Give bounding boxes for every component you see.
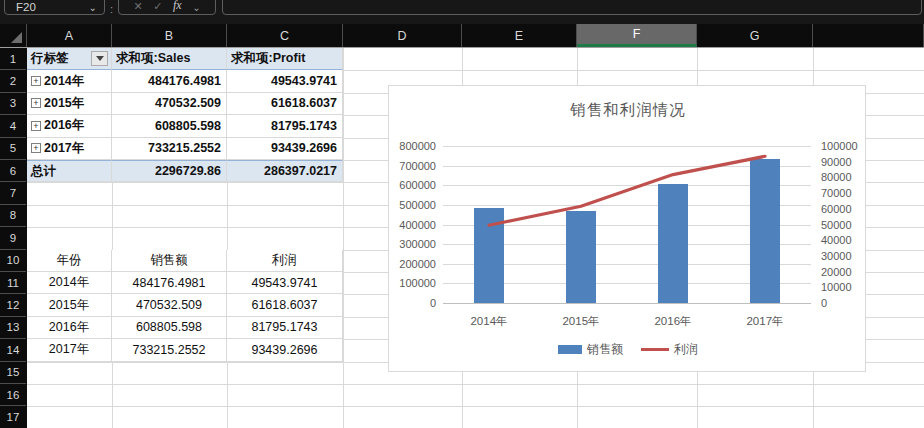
select-all-corner[interactable]: [0, 24, 27, 47]
table-cell-sales[interactable]: 484176.4981: [112, 272, 227, 294]
spreadsheet-app: F20 ⌄ : ✕ ✓ fx ⌄ ABCDEFG 123456789101112…: [0, 0, 924, 428]
pivot-cell-sales[interactable]: 484176.4981: [112, 70, 227, 92]
table-row: 年份销售额利润: [27, 250, 343, 272]
row-header-7[interactable]: 7: [0, 182, 26, 204]
table-cell-year[interactable]: 2016年: [27, 317, 112, 339]
legend-item-销售额: 销售额: [558, 341, 623, 358]
row-header-12[interactable]: 12: [0, 294, 26, 316]
pivot-total-profit[interactable]: 286397.0217: [227, 160, 343, 182]
formula-bar: F20 ⌄ : ✕ ✓ fx ⌄: [0, 0, 924, 24]
row-header-9[interactable]: 9: [0, 227, 26, 249]
column-header-E[interactable]: E: [462, 24, 577, 47]
column-header-partial[interactable]: [813, 24, 924, 47]
pivot-row-label[interactable]: +2016年: [27, 115, 112, 137]
expand-icon[interactable]: +: [31, 98, 41, 108]
table-cell-year[interactable]: 2015年: [27, 294, 112, 316]
column-header-B[interactable]: B: [112, 24, 227, 47]
pivot-cell-profit[interactable]: 61618.6037: [227, 93, 343, 115]
legend-line-swatch: [641, 348, 669, 351]
table-cell-sales[interactable]: 608805.598: [112, 317, 227, 339]
column-header-G[interactable]: G: [697, 24, 813, 47]
row-header-8[interactable]: 8: [0, 205, 26, 227]
table-row: +2014年484176.498149543.9741: [27, 70, 343, 92]
column-header-C[interactable]: C: [227, 24, 343, 47]
legend-bar-swatch: [558, 345, 582, 354]
pivot-filter-button[interactable]: [91, 51, 108, 66]
row-header-1[interactable]: 1: [0, 48, 26, 70]
table-cell-year[interactable]: 2017年: [27, 339, 112, 361]
table-row: +2016年608805.59881795.1743: [27, 115, 343, 137]
row-header-15[interactable]: 15: [0, 362, 26, 384]
pivot-row-label[interactable]: +2017年: [27, 138, 112, 160]
formula-buttons: ✕ ✓ fx ⌄: [118, 0, 216, 15]
table-header-year[interactable]: 年份: [27, 250, 112, 272]
row-header-16[interactable]: 16: [0, 384, 26, 406]
row-header-17[interactable]: 17: [0, 406, 26, 428]
chart-legend: 销售额利润: [389, 341, 867, 358]
grid-hline: [27, 406, 924, 407]
row-header-2[interactable]: 2: [0, 70, 26, 92]
row-header-4[interactable]: 4: [0, 115, 26, 137]
cancel-icon[interactable]: ✕: [134, 0, 143, 13]
legend-item-利润: 利润: [641, 341, 698, 358]
table-row: +2015年470532.50961618.6037: [27, 93, 343, 115]
row-header-3[interactable]: 3: [0, 93, 26, 115]
pivot-cell-profit[interactable]: 93439.2696: [227, 138, 343, 160]
pivot-header-row-labels[interactable]: 行标签: [27, 48, 112, 70]
pivot-total-sales[interactable]: 2296729.86: [112, 160, 227, 182]
pivot-row-label[interactable]: +2014年: [27, 70, 112, 92]
formula-input[interactable]: [222, 0, 922, 15]
row-header-11[interactable]: 11: [0, 272, 26, 294]
table-cell-profit[interactable]: 61618.6037: [227, 294, 343, 316]
table-cell-sales[interactable]: 470532.509: [112, 294, 227, 316]
name-box-chevron-icon[interactable]: ⌄: [89, 2, 97, 13]
pivot-header-profit[interactable]: 求和项:Profit: [227, 48, 343, 70]
table-header-profit[interactable]: 利润: [227, 250, 343, 272]
grid-vline: [343, 48, 344, 428]
column-header-D[interactable]: D: [343, 24, 462, 47]
row-header-10[interactable]: 10: [0, 250, 26, 272]
row-header-6[interactable]: 6: [0, 160, 26, 182]
table-cell-profit[interactable]: 81795.1743: [227, 317, 343, 339]
table-row: +2017年733215.255293439.2696: [27, 138, 343, 160]
column-header-A[interactable]: A: [27, 24, 112, 47]
expand-icon[interactable]: +: [31, 76, 41, 86]
table-row: 总计2296729.86286397.0217: [27, 160, 343, 182]
insert-function-icon[interactable]: fx: [173, 0, 182, 13]
pivot-cell-sales[interactable]: 733215.2552: [112, 138, 227, 160]
column-header-F[interactable]: F: [577, 24, 697, 47]
pivot-header-sales[interactable]: 求和项:Sales: [112, 48, 227, 70]
sales-profit-chart[interactable]: 销售和利润情况 01000002000003000004000005000006…: [388, 85, 866, 372]
grid-hline: [27, 384, 924, 385]
select-all-triangle-icon: [11, 32, 22, 43]
table-row: 2014年484176.498149543.9741: [27, 272, 343, 294]
row-header-14[interactable]: 14: [0, 339, 26, 361]
pivot-cell-profit[interactable]: 81795.1743: [227, 115, 343, 137]
profit-line: [389, 86, 867, 373]
table-cell-year[interactable]: 2014年: [27, 272, 112, 294]
pivot-row-label[interactable]: +2015年: [27, 93, 112, 115]
sheet-grid[interactable]: 行标签求和项:Sales求和项:Profit+2014年484176.49814…: [27, 48, 924, 428]
table-row: 2015年470532.50961618.6037: [27, 294, 343, 316]
expand-icon[interactable]: +: [31, 121, 41, 131]
column-headers: ABCDEFG: [0, 24, 924, 48]
name-box-cell-ref: F20: [16, 1, 36, 13]
legend-label: 销售额: [587, 341, 623, 358]
name-box[interactable]: F20 ⌄: [4, 0, 105, 15]
formula-bar-separator: :: [110, 3, 113, 15]
category-label: 2015年: [546, 314, 616, 329]
row-header-5[interactable]: 5: [0, 138, 26, 160]
pivot-cell-profit[interactable]: 49543.9741: [227, 70, 343, 92]
expand-icon[interactable]: +: [31, 143, 41, 153]
row-header-13[interactable]: 13: [0, 317, 26, 339]
table-header-sales[interactable]: 销售额: [112, 250, 227, 272]
table-row: 行标签求和项:Sales求和项:Profit: [27, 48, 343, 70]
table-cell-profit[interactable]: 49543.9741: [227, 272, 343, 294]
confirm-icon[interactable]: ✓: [153, 0, 162, 13]
table-cell-profit[interactable]: 93439.2696: [227, 339, 343, 361]
pivot-cell-sales[interactable]: 470532.509: [112, 93, 227, 115]
pivot-cell-sales[interactable]: 608805.598: [112, 115, 227, 137]
fx-chevron-icon[interactable]: ⌄: [192, 2, 200, 13]
pivot-total-label[interactable]: 总计: [27, 160, 112, 182]
table-cell-sales[interactable]: 733215.2552: [112, 339, 227, 361]
